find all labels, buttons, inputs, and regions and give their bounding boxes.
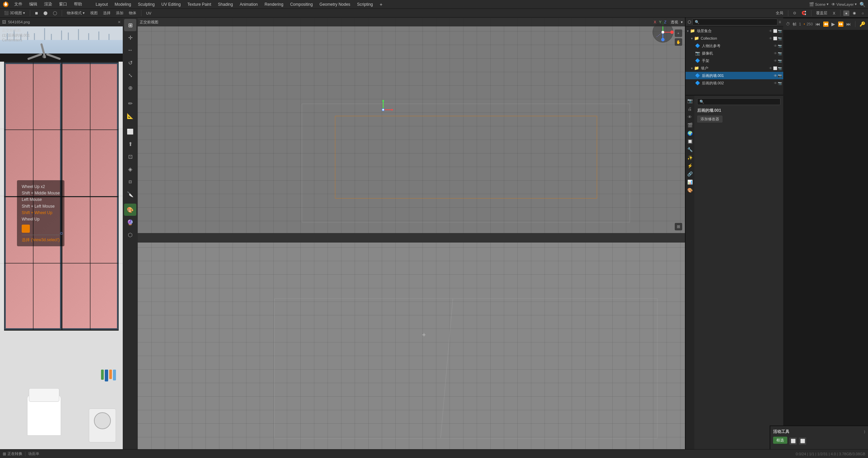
outliner-wall001-render[interactable]: 📷 — [778, 74, 782, 78]
3d-viewport-bottom[interactable] — [138, 234, 685, 449]
tool-select[interactable]: ⊞ — [124, 19, 136, 31]
scene-selector[interactable]: 🎬 Scene ▾ — [809, 2, 829, 7]
tool-lattice[interactable]: ⬡ — [124, 229, 136, 241]
viewport-shading-solid[interactable]: ◼ — [33, 10, 40, 16]
props-icon-world[interactable]: 🌍 — [686, 129, 694, 137]
tool-icon-btn-2[interactable]: ⬜ — [799, 437, 806, 445]
tool-scale[interactable]: ⤡ — [124, 69, 136, 81]
tool-knife[interactable]: 🔪 — [124, 188, 136, 200]
grid-overlay-icon[interactable]: ⊞ — [675, 223, 682, 230]
props-icon-modifier[interactable]: 🔧 — [686, 146, 694, 153]
outliner-scaffold-render[interactable]: 📷 — [778, 59, 782, 63]
tool-annotate[interactable]: ✏ — [124, 97, 136, 109]
outliner-wall-eye[interactable]: 👁 — [769, 66, 772, 70]
props-icon-material[interactable]: 🎨 — [686, 186, 694, 194]
workspace-tab-scripting[interactable]: Scripting — [354, 1, 376, 7]
outliner-wall-hide[interactable]: ⬜ — [773, 66, 777, 70]
props-icon-object[interactable]: 🔲 — [686, 138, 694, 145]
tool-move[interactable]: ↔ — [124, 44, 136, 56]
add-menu[interactable]: 添加 — [114, 10, 125, 16]
props-icon-physics[interactable]: ⚡ — [686, 162, 694, 169]
props-icon-data[interactable]: 📊 — [686, 178, 694, 186]
workspace-tab-shading[interactable]: Shading — [215, 1, 236, 7]
view-menu[interactable]: 视图 — [88, 10, 100, 16]
props-search-input[interactable] — [697, 98, 781, 105]
outliner-camera-render[interactable]: 📷 — [778, 51, 782, 55]
tool-loop-cut[interactable]: ⧈ — [124, 175, 136, 188]
menu-render[interactable]: 渲染 — [41, 1, 55, 8]
outliner-wall001-eye[interactable]: 👁 — [774, 74, 777, 78]
workspace-tab-sculpting[interactable]: Sculpting — [135, 1, 157, 7]
viewport-shading-rendered[interactable]: ◯ — [51, 10, 59, 16]
menu-window[interactable]: 窗口 — [56, 1, 70, 8]
outliner-item-character-ref[interactable]: 🔷 人物比参考 👁 📷 — [686, 42, 783, 49]
props-icon-output[interactable]: 🖨 — [686, 105, 694, 112]
tool-add-cube[interactable]: ⬜ — [124, 125, 136, 138]
outliner-char-render[interactable]: 📷 — [778, 44, 782, 48]
photo-panel-close[interactable]: ✕ — [118, 20, 121, 24]
tool-shader[interactable]: 🔮 — [124, 216, 136, 228]
menu-edit[interactable]: 编辑 — [26, 1, 40, 8]
workspace-tab-animation[interactable]: Animation — [237, 1, 260, 7]
props-icon-render[interactable]: 📷 — [686, 97, 694, 104]
solid-shading-btn[interactable]: ● — [843, 11, 850, 16]
global-local-toggle[interactable]: 全局 — [774, 10, 785, 16]
outliner-item-wall-group[interactable]: ▾ 📁 墙户 👁 ⬜ 📷 — [686, 64, 783, 72]
zoom-in-icon[interactable]: + — [675, 29, 682, 37]
workspace-tab-modeling[interactable]: Modeling — [112, 1, 134, 7]
props-icon-constraints[interactable]: 🔗 — [686, 170, 694, 178]
outliner-wall002-render[interactable]: 📷 — [778, 81, 782, 85]
overlay-toggle[interactable]: 覆盖层 — [814, 10, 829, 16]
workspace-tab-rendering[interactable]: Rendering — [262, 1, 286, 7]
tool-bevel[interactable]: ◈ — [124, 163, 136, 175]
workspace-tab-geometry-nodes[interactable]: Geometry Nodes — [317, 1, 353, 7]
xray-toggle[interactable]: X — [831, 11, 837, 16]
outliner-hide-icon[interactable]: ⬜ — [773, 29, 777, 33]
object-mode-selector[interactable]: 物体模式 ▾ — [65, 10, 87, 16]
active-tool-expand-icon[interactable]: ⟩ — [864, 430, 865, 434]
select-menu[interactable]: 选择 — [101, 10, 113, 16]
outliner-search-input[interactable] — [692, 19, 777, 25]
props-icon-view-layer[interactable]: 👁 — [686, 113, 694, 121]
viewport-shading-material[interactable]: ⬤ — [41, 10, 50, 16]
tool-extrude[interactable]: ⬆ — [124, 138, 136, 150]
menu-file[interactable]: 文件 — [12, 1, 25, 8]
workspace-tab-layout[interactable]: Layout — [93, 1, 111, 7]
material-preview-btn[interactable]: ◉ — [851, 10, 858, 16]
outliner-camera-eye[interactable]: 👁 — [774, 51, 777, 55]
next-frame-btn[interactable]: ⏩ — [838, 21, 844, 27]
uv-toggle[interactable]: UV — [144, 11, 153, 16]
outliner-collection-eye[interactable]: 👁 — [769, 37, 772, 40]
workspace-tab-uv-editing[interactable]: UV Editing — [159, 1, 183, 7]
outliner-render-icon[interactable]: 📷 — [778, 29, 782, 33]
jump-end-btn[interactable]: ⏭ — [846, 21, 851, 27]
workspace-tab-texture-paint[interactable]: Texture Paint — [185, 1, 214, 7]
outliner-item-camera[interactable]: 📷 摄像机 👁 📷 — [686, 49, 783, 57]
view-layer-selector[interactable]: 👁 ViewLayer ▾ — [831, 2, 857, 7]
props-icon-particles[interactable]: ✨ — [686, 154, 694, 161]
outliner-char-eye[interactable]: 👁 — [774, 44, 777, 48]
rendered-preview-btn[interactable]: ○ — [860, 11, 866, 16]
keyframe-insert-btn[interactable]: 🔑 — [860, 21, 865, 27]
pan-icon[interactable]: ✋ — [675, 38, 682, 46]
tool-action-button[interactable]: 框选 — [773, 437, 787, 444]
add-modifier-button[interactable]: 添加修改器 — [697, 116, 723, 123]
outliner-filter-icon[interactable]: ≡ — [779, 20, 781, 24]
tool-rotate[interactable]: ↺ — [124, 57, 136, 69]
outliner-scaffold-eye[interactable]: 👁 — [774, 59, 777, 63]
outliner-wall002-eye[interactable]: 👁 — [774, 81, 777, 85]
play-btn[interactable]: ▶ — [831, 21, 835, 27]
snap-toggle[interactable]: 🧲 — [800, 10, 808, 16]
overlay-toggle-btn[interactable]: ▾ — [681, 20, 683, 24]
workspace-tab-compositing[interactable]: Compositing — [288, 1, 316, 7]
tool-material-color[interactable]: 🎨 — [124, 204, 136, 216]
editor-type-button[interactable]: ⬛ 3D视图 ▾ — [2, 10, 27, 16]
global-search-icon[interactable]: 🔍 — [860, 2, 865, 7]
proportional-edit[interactable]: ⊙ — [791, 10, 798, 16]
menu-help[interactable]: 帮助 — [71, 1, 85, 8]
outliner-wall-render[interactable]: 📷 — [778, 66, 782, 70]
tool-inset[interactable]: ⊡ — [124, 150, 136, 163]
outliner-collection-hide[interactable]: ⬜ — [773, 37, 777, 40]
workspace-add-tab-button[interactable]: + — [377, 1, 385, 8]
outliner-item-scaffold[interactable]: 🔷 手架 👁 📷 — [686, 57, 783, 64]
